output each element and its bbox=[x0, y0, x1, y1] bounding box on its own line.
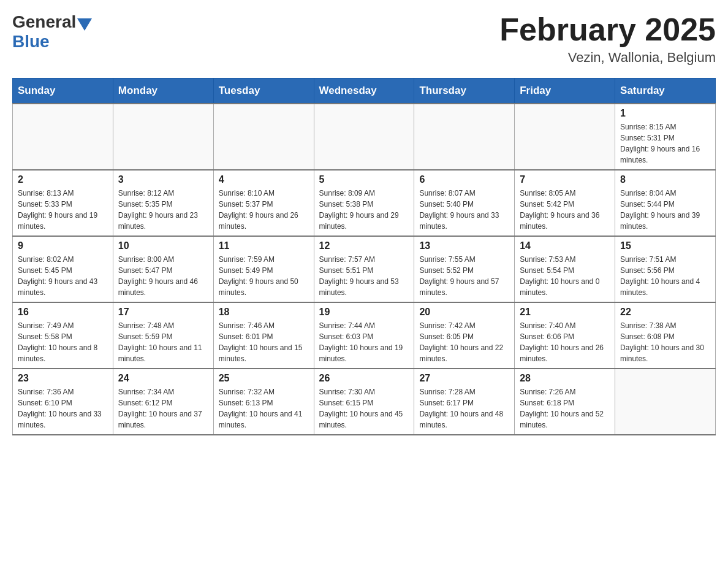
day-number: 24 bbox=[118, 373, 208, 384]
weekday-header-thursday: Thursday bbox=[414, 79, 515, 104]
weekday-header-tuesday: Tuesday bbox=[213, 79, 314, 104]
day-info: Sunrise: 7:34 AMSunset: 6:12 PMDaylight:… bbox=[118, 386, 208, 431]
day-info: Sunrise: 8:13 AMSunset: 5:33 PMDaylight:… bbox=[18, 188, 108, 232]
day-info: Sunrise: 8:02 AMSunset: 5:45 PMDaylight:… bbox=[18, 254, 108, 298]
calendar-table: SundayMondayTuesdayWednesdayThursdayFrid… bbox=[12, 78, 716, 435]
calendar-cell: 9Sunrise: 8:02 AMSunset: 5:45 PMDaylight… bbox=[13, 236, 113, 302]
weekday-header-friday: Friday bbox=[515, 79, 615, 104]
day-number: 2 bbox=[18, 174, 108, 185]
day-number: 4 bbox=[219, 174, 309, 185]
calendar-cell: 14Sunrise: 7:53 AMSunset: 5:54 PMDayligh… bbox=[515, 236, 615, 302]
day-number: 13 bbox=[419, 240, 509, 251]
calendar-cell: 3Sunrise: 8:12 AMSunset: 5:35 PMDaylight… bbox=[113, 170, 213, 236]
day-info: Sunrise: 7:36 AMSunset: 6:10 PMDaylight:… bbox=[18, 386, 108, 431]
calendar-cell: 7Sunrise: 8:05 AMSunset: 5:42 PMDaylight… bbox=[515, 170, 615, 236]
day-info: Sunrise: 8:07 AMSunset: 5:40 PMDaylight:… bbox=[419, 188, 509, 232]
day-number: 18 bbox=[219, 307, 309, 318]
calendar-cell bbox=[414, 104, 515, 170]
logo-blue-text: Blue bbox=[12, 32, 50, 52]
day-number: 26 bbox=[319, 373, 409, 384]
calendar-week-row: 23Sunrise: 7:36 AMSunset: 6:10 PMDayligh… bbox=[13, 369, 716, 435]
day-number: 20 bbox=[419, 307, 509, 318]
calendar-cell: 17Sunrise: 7:48 AMSunset: 5:59 PMDayligh… bbox=[113, 302, 213, 369]
calendar-cell: 11Sunrise: 7:59 AMSunset: 5:49 PMDayligh… bbox=[213, 236, 314, 302]
calendar-cell: 19Sunrise: 7:44 AMSunset: 6:03 PMDayligh… bbox=[314, 302, 414, 369]
day-number: 10 bbox=[118, 240, 208, 251]
day-number: 19 bbox=[319, 307, 409, 318]
calendar-week-row: 2Sunrise: 8:13 AMSunset: 5:33 PMDaylight… bbox=[13, 170, 716, 236]
calendar-cell: 25Sunrise: 7:32 AMSunset: 6:13 PMDayligh… bbox=[213, 369, 314, 435]
weekday-header-saturday: Saturday bbox=[615, 79, 716, 104]
calendar-cell: 27Sunrise: 7:28 AMSunset: 6:17 PMDayligh… bbox=[414, 369, 515, 435]
day-number: 27 bbox=[419, 373, 509, 384]
weekday-header-sunday: Sunday bbox=[13, 79, 113, 104]
calendar-cell: 13Sunrise: 7:55 AMSunset: 5:52 PMDayligh… bbox=[414, 236, 515, 302]
day-info: Sunrise: 8:10 AMSunset: 5:37 PMDaylight:… bbox=[219, 188, 309, 232]
day-number: 9 bbox=[18, 240, 108, 251]
day-number: 3 bbox=[118, 174, 208, 185]
calendar-cell: 24Sunrise: 7:34 AMSunset: 6:12 PMDayligh… bbox=[113, 369, 213, 435]
calendar-cell bbox=[113, 104, 213, 170]
day-info: Sunrise: 7:51 AMSunset: 5:56 PMDaylight:… bbox=[620, 254, 710, 298]
location-subtitle: Vezin, Wallonia, Belgium bbox=[499, 50, 716, 66]
day-number: 22 bbox=[620, 307, 710, 318]
page-header: General Blue February 2025 Vezin, Wallon… bbox=[12, 12, 716, 66]
day-number: 25 bbox=[219, 373, 309, 384]
calendar-cell: 4Sunrise: 8:10 AMSunset: 5:37 PMDaylight… bbox=[213, 170, 314, 236]
day-info: Sunrise: 7:26 AMSunset: 6:18 PMDaylight:… bbox=[520, 386, 610, 431]
logo-general-text: General bbox=[12, 12, 76, 32]
day-info: Sunrise: 7:32 AMSunset: 6:13 PMDaylight:… bbox=[219, 386, 309, 431]
calendar-cell: 8Sunrise: 8:04 AMSunset: 5:44 PMDaylight… bbox=[615, 170, 716, 236]
weekday-header-wednesday: Wednesday bbox=[314, 79, 414, 104]
calendar-cell bbox=[615, 369, 716, 435]
day-info: Sunrise: 7:46 AMSunset: 6:01 PMDaylight:… bbox=[219, 320, 309, 364]
day-info: Sunrise: 8:04 AMSunset: 5:44 PMDaylight:… bbox=[620, 188, 710, 232]
calendar-cell: 1Sunrise: 8:15 AMSunset: 5:31 PMDaylight… bbox=[615, 104, 716, 170]
weekday-header-monday: Monday bbox=[113, 79, 213, 104]
day-info: Sunrise: 7:57 AMSunset: 5:51 PMDaylight:… bbox=[319, 254, 409, 298]
day-info: Sunrise: 8:12 AMSunset: 5:35 PMDaylight:… bbox=[118, 188, 208, 232]
calendar-week-row: 1Sunrise: 8:15 AMSunset: 5:31 PMDaylight… bbox=[13, 104, 716, 170]
calendar-cell: 6Sunrise: 8:07 AMSunset: 5:40 PMDaylight… bbox=[414, 170, 515, 236]
day-info: Sunrise: 7:28 AMSunset: 6:17 PMDaylight:… bbox=[419, 386, 509, 431]
day-number: 6 bbox=[419, 174, 509, 185]
day-info: Sunrise: 7:59 AMSunset: 5:49 PMDaylight:… bbox=[219, 254, 309, 298]
calendar-cell: 15Sunrise: 7:51 AMSunset: 5:56 PMDayligh… bbox=[615, 236, 716, 302]
day-number: 8 bbox=[620, 174, 710, 185]
calendar-cell bbox=[213, 104, 314, 170]
day-info: Sunrise: 7:44 AMSunset: 6:03 PMDaylight:… bbox=[319, 320, 409, 364]
day-number: 28 bbox=[520, 373, 610, 384]
calendar-cell: 22Sunrise: 7:38 AMSunset: 6:08 PMDayligh… bbox=[615, 302, 716, 369]
day-number: 11 bbox=[219, 240, 309, 251]
day-info: Sunrise: 7:55 AMSunset: 5:52 PMDaylight:… bbox=[419, 254, 509, 298]
calendar-cell: 10Sunrise: 8:00 AMSunset: 5:47 PMDayligh… bbox=[113, 236, 213, 302]
calendar-cell: 26Sunrise: 7:30 AMSunset: 6:15 PMDayligh… bbox=[314, 369, 414, 435]
logo: General Blue bbox=[12, 12, 93, 52]
day-info: Sunrise: 7:48 AMSunset: 5:59 PMDaylight:… bbox=[118, 320, 208, 364]
calendar-week-row: 16Sunrise: 7:49 AMSunset: 5:58 PMDayligh… bbox=[13, 302, 716, 369]
day-info: Sunrise: 8:09 AMSunset: 5:38 PMDaylight:… bbox=[319, 188, 409, 232]
day-number: 7 bbox=[520, 174, 610, 185]
day-number: 17 bbox=[118, 307, 208, 318]
day-info: Sunrise: 7:53 AMSunset: 5:54 PMDaylight:… bbox=[520, 254, 610, 298]
day-info: Sunrise: 8:00 AMSunset: 5:47 PMDaylight:… bbox=[118, 254, 208, 298]
logo-triangle-icon bbox=[77, 18, 92, 31]
calendar-cell: 21Sunrise: 7:40 AMSunset: 6:06 PMDayligh… bbox=[515, 302, 615, 369]
calendar-cell: 2Sunrise: 8:13 AMSunset: 5:33 PMDaylight… bbox=[13, 170, 113, 236]
calendar-cell: 28Sunrise: 7:26 AMSunset: 6:18 PMDayligh… bbox=[515, 369, 615, 435]
title-block: February 2025 Vezin, Wallonia, Belgium bbox=[499, 12, 716, 66]
calendar-cell: 5Sunrise: 8:09 AMSunset: 5:38 PMDaylight… bbox=[314, 170, 414, 236]
day-number: 15 bbox=[620, 240, 710, 251]
day-number: 1 bbox=[620, 108, 710, 119]
day-number: 14 bbox=[520, 240, 610, 251]
calendar-week-row: 9Sunrise: 8:02 AMSunset: 5:45 PMDaylight… bbox=[13, 236, 716, 302]
calendar-cell: 16Sunrise: 7:49 AMSunset: 5:58 PMDayligh… bbox=[13, 302, 113, 369]
day-info: Sunrise: 7:30 AMSunset: 6:15 PMDaylight:… bbox=[319, 386, 409, 431]
calendar-cell: 12Sunrise: 7:57 AMSunset: 5:51 PMDayligh… bbox=[314, 236, 414, 302]
day-number: 23 bbox=[18, 373, 108, 384]
day-info: Sunrise: 8:15 AMSunset: 5:31 PMDaylight:… bbox=[620, 121, 710, 166]
calendar-cell: 20Sunrise: 7:42 AMSunset: 6:05 PMDayligh… bbox=[414, 302, 515, 369]
calendar-cell bbox=[515, 104, 615, 170]
day-info: Sunrise: 7:40 AMSunset: 6:06 PMDaylight:… bbox=[520, 320, 610, 364]
month-title: February 2025 bbox=[499, 12, 716, 47]
